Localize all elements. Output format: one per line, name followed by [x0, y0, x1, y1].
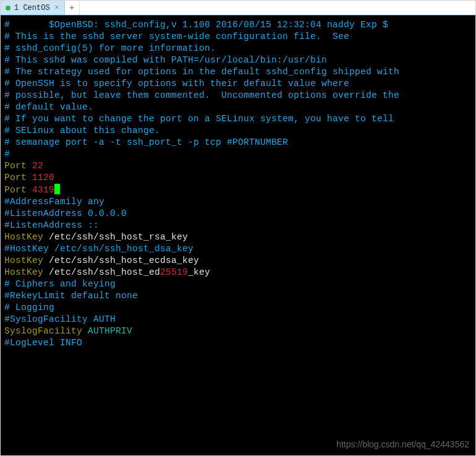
config-value: 22	[32, 161, 43, 171]
terminal-window: 1 CentOS × + # $OpenBSD: sshd_config,v 1…	[0, 0, 476, 456]
terminal-line: #	[4, 148, 472, 160]
terminal-line: # If you want to change the port on a SE…	[4, 113, 472, 125]
config-value: 25519	[160, 267, 188, 277]
terminal-line: # This is the sshd server system-wide co…	[4, 31, 472, 43]
config-value: _key	[188, 267, 210, 277]
terminal-line: HostKey /etc/ssh/ssh_host_ed25519_key	[4, 267, 472, 278]
config-key: HostKey	[4, 232, 49, 242]
terminal-line: Port 1120	[4, 172, 472, 184]
terminal-line: #ListenAddress ::	[4, 220, 472, 231]
config-value: /etc/ssh/ssh_host_ed	[49, 267, 160, 277]
terminal-line: # possible, but leave them commented. Un…	[4, 90, 472, 101]
terminal-line: # The strategy used for options in the d…	[4, 66, 472, 78]
terminal-viewport[interactable]: # $OpenBSD: sshd_config,v 1.100 2016/08/…	[1, 15, 475, 455]
terminal-line: # semanage port -a -t ssh_port_t -p tcp …	[4, 137, 472, 148]
watermark-text: https://blog.csdn.net/qq_42443562	[336, 439, 469, 450]
config-value: 4319	[32, 185, 54, 195]
terminal-line: Port 4319	[4, 184, 472, 196]
terminal-line: Port 22	[4, 160, 472, 172]
terminal-line: # Logging	[4, 302, 472, 314]
terminal-line: # sshd_config(5) for more information.	[4, 43, 472, 54]
tab-centos[interactable]: 1 CentOS ×	[1, 1, 65, 15]
terminal-line: # default value.	[4, 101, 472, 113]
terminal-line: HostKey /etc/ssh/ssh_host_ecdsa_key	[4, 255, 472, 267]
config-key: Port	[4, 161, 32, 171]
terminal-line: # SELinux about this change.	[4, 125, 472, 137]
terminal-line: # $OpenBSD: sshd_config,v 1.100 2016/08/…	[4, 19, 472, 31]
terminal-line: #HostKey /etc/ssh/ssh_host_dsa_key	[4, 243, 472, 255]
cursor-icon	[54, 184, 60, 194]
config-value: 1120	[32, 173, 54, 183]
tab-label: 1 CentOS	[14, 4, 50, 12]
terminal-line: # This sshd was compiled with PATH=/usr/…	[4, 54, 472, 66]
terminal-line: # OpenSSH is to specify options with the…	[4, 78, 472, 90]
terminal-line: #RekeyLimit default none	[4, 290, 472, 302]
config-key: Port	[4, 173, 32, 183]
terminal-line: #ListenAddress 0.0.0.0	[4, 208, 472, 220]
close-icon[interactable]: ×	[55, 4, 59, 12]
config-value: AUTHPRIV	[88, 326, 132, 336]
terminal-line: #SyslogFacility AUTH	[4, 314, 472, 325]
config-value: /etc/ssh/ssh_host_ecdsa_key	[49, 256, 199, 265]
new-tab-button[interactable]: +	[65, 1, 80, 15]
terminal-line: HostKey /etc/ssh/ssh_host_rsa_key	[4, 231, 472, 243]
tab-bar: 1 CentOS × +	[1, 1, 475, 15]
config-key: SyslogFacility	[4, 326, 88, 336]
status-dot-icon	[6, 6, 11, 11]
config-value: /etc/ssh/ssh_host_rsa_key	[49, 232, 188, 242]
config-key: HostKey	[4, 256, 49, 265]
terminal-line: #AddressFamily any	[4, 196, 472, 208]
terminal-line: #LogLevel INFO	[4, 337, 472, 349]
terminal-line: SyslogFacility AUTHPRIV	[4, 325, 472, 337]
plus-icon: +	[69, 3, 74, 13]
config-key: Port	[4, 185, 32, 195]
config-key: HostKey	[4, 267, 49, 277]
terminal-line: # Ciphers and keying	[4, 278, 472, 290]
